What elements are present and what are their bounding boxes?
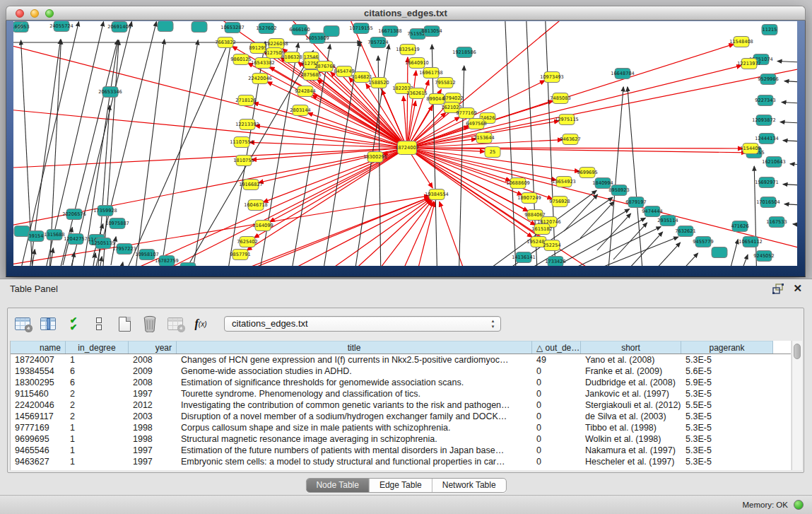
table-selector-dropdown[interactable]: citations_edges.txt ▲▼ bbox=[224, 316, 501, 332]
table-cell[interactable]: Disruption of a novel member of a sodium… bbox=[177, 411, 532, 422]
table-settings-icon[interactable] bbox=[13, 315, 32, 333]
column-header-year[interactable]: year bbox=[129, 341, 177, 354]
table-cell[interactable]: 2 bbox=[66, 399, 129, 411]
select-columns-icon[interactable]: ✔✔ bbox=[64, 315, 83, 333]
table-cell[interactable]: 9465546 bbox=[11, 445, 66, 456]
table-cell[interactable]: Hescheler et al. (1997) bbox=[581, 456, 681, 467]
column-header-out_de[interactable]: △ out_de… bbox=[532, 341, 581, 354]
table-cell[interactable]: 2003 bbox=[129, 411, 177, 422]
table-row[interactable]: 911546021997Tourette syndrome. Phenomeno… bbox=[11, 388, 791, 399]
table-cell[interactable]: 5.3E-5 bbox=[681, 456, 773, 467]
table-cell[interactable]: 1998 bbox=[129, 422, 177, 433]
column-header-title[interactable]: title bbox=[177, 341, 532, 354]
table-row[interactable]: 1456911722003Disruption of a novel membe… bbox=[11, 411, 791, 422]
graph-node[interactable] bbox=[324, 26, 339, 37]
table-cell[interactable]: 1 bbox=[66, 354, 129, 366]
table-cell[interactable]: 1 bbox=[66, 433, 129, 445]
table-cell[interactable]: 9115460 bbox=[11, 388, 66, 399]
table-cell[interactable]: Dudbridge et al. (2008) bbox=[581, 377, 681, 388]
graph-node[interactable] bbox=[712, 247, 727, 258]
table-cell[interactable]: 0 bbox=[532, 456, 581, 467]
table-cell[interactable]: 1997 bbox=[129, 388, 177, 399]
graph-node[interactable] bbox=[192, 22, 207, 33]
table-cell[interactable]: 14569117 bbox=[11, 411, 66, 422]
table-cell[interactable]: 2008 bbox=[129, 377, 177, 388]
table-cell[interactable]: 5.5E-5 bbox=[681, 399, 773, 411]
table-cell[interactable]: Tourette syndrome. Phenomenology and cla… bbox=[177, 388, 532, 399]
scrollbar-thumb[interactable] bbox=[794, 344, 801, 359]
table-cell[interactable]: 1 bbox=[66, 422, 129, 433]
table-cell[interactable]: Embryonic stem cells: a model to study s… bbox=[177, 456, 532, 467]
new-document-icon[interactable] bbox=[115, 315, 134, 333]
table-cell[interactable]: 18724007 bbox=[11, 354, 66, 366]
tab-edge-table[interactable]: Edge Table bbox=[370, 479, 433, 492]
table-cell[interactable]: 22420046 bbox=[11, 399, 66, 411]
table-row[interactable]: 1872400712008Changes of HCN gene express… bbox=[11, 354, 791, 366]
table-cell[interactable]: Investigating the contribution of common… bbox=[177, 399, 532, 411]
delete-trash-icon[interactable] bbox=[141, 315, 159, 333]
table-column-icon[interactable] bbox=[39, 315, 57, 333]
table-cell[interactable]: Genome-wide association studies in ADHD. bbox=[177, 366, 532, 377]
table-row[interactable]: 1938455462009Genome-wide association stu… bbox=[11, 366, 791, 377]
table-cell[interactable]: 9777169 bbox=[11, 422, 66, 433]
window-titlebar[interactable]: citations_edges.txt bbox=[6, 6, 806, 21]
table-cell[interactable]: Corpus callosum shape and size in male p… bbox=[177, 422, 532, 433]
table-cell[interactable]: Wolkin et al. (1998) bbox=[581, 433, 681, 445]
table-row[interactable]: 946554611997Estimation of the future num… bbox=[11, 445, 791, 456]
column-header-in_degree[interactable]: in_degree bbox=[66, 341, 129, 354]
float-panel-icon[interactable] bbox=[772, 284, 784, 294]
column-header-pagerank[interactable]: pagerank bbox=[681, 341, 773, 354]
table-cell[interactable]: 6 bbox=[66, 377, 129, 388]
table-row[interactable]: 946362711997Embryonic stem cells: a mode… bbox=[11, 456, 791, 467]
rows-icon[interactable] bbox=[90, 315, 108, 333]
table-cell[interactable]: 5.6E-5 bbox=[681, 366, 773, 377]
table-cell[interactable]: 5.3E-5 bbox=[681, 354, 773, 366]
graph-node[interactable] bbox=[158, 21, 173, 32]
table-cell[interactable]: 5.9E-5 bbox=[681, 377, 773, 388]
table-cell[interactable]: 0 bbox=[532, 433, 581, 445]
table-cell[interactable]: 2009 bbox=[129, 366, 177, 377]
resize-grip-icon[interactable] bbox=[13, 21, 23, 31]
table-cell[interactable]: 9463627 bbox=[11, 456, 66, 467]
table-cell[interactable]: 0 bbox=[532, 411, 581, 422]
graph-node[interactable] bbox=[14, 226, 30, 237]
table-cell[interactable]: Tibbo et al. (1998) bbox=[581, 422, 681, 433]
table-cell[interactable]: Yano et al. (2008) bbox=[581, 354, 681, 366]
table-cell[interactable]: 1 bbox=[66, 445, 129, 456]
table-cell[interactable]: 0 bbox=[532, 377, 581, 388]
table-cell[interactable]: 9699695 bbox=[11, 433, 66, 445]
table-cell[interactable]: Estimation of the future numbers of pati… bbox=[177, 445, 532, 456]
table-cell[interactable]: Nakamura et al. (1997) bbox=[581, 445, 681, 456]
table-cell[interactable]: 19384554 bbox=[11, 366, 66, 377]
table-cell[interactable]: Franke et al. (2009) bbox=[581, 366, 681, 377]
column-header-name[interactable]: name bbox=[11, 341, 66, 354]
table-cell[interactable]: Structural magnetic resonance image aver… bbox=[177, 433, 532, 445]
table-cell[interactable]: 49 bbox=[532, 354, 581, 366]
tab-node-table[interactable]: Node Table bbox=[306, 479, 370, 492]
zoom-window-button[interactable] bbox=[45, 9, 54, 18]
tab-network-table[interactable]: Network Table bbox=[433, 479, 506, 492]
minimize-window-button[interactable] bbox=[30, 9, 39, 18]
table-row[interactable]: 2242004622012Investigating the contribut… bbox=[11, 399, 791, 411]
table-cell[interactable]: 1997 bbox=[129, 456, 177, 467]
table-cell[interactable]: 2012 bbox=[129, 399, 177, 411]
network-view[interactable]: 1609532405572420691406106532871527602646… bbox=[13, 21, 797, 266]
table-vertical-scrollbar[interactable] bbox=[792, 341, 802, 470]
table-cell[interactable]: 1997 bbox=[129, 445, 177, 456]
table-cell[interactable]: 1998 bbox=[129, 433, 177, 445]
table-cell[interactable]: Changes of HCN gene expression and I(f) … bbox=[177, 354, 532, 366]
table-cell[interactable]: de Silva et al. (2003) bbox=[581, 411, 681, 422]
table-cell[interactable]: 0 bbox=[532, 445, 581, 456]
table-cell[interactable]: 2 bbox=[66, 411, 129, 422]
table-cell[interactable]: 6 bbox=[66, 366, 129, 377]
column-header-short[interactable]: short bbox=[581, 341, 681, 354]
table-cell[interactable]: 2008 bbox=[129, 354, 177, 366]
table-row[interactable]: 977716911998Corpus callosum shape and si… bbox=[11, 422, 791, 433]
close-panel-icon[interactable]: ✕ bbox=[793, 283, 802, 294]
table-cell[interactable]: 5.3E-5 bbox=[681, 433, 773, 445]
table-cell[interactable]: 0 bbox=[532, 422, 581, 433]
table-cell[interactable]: 5.3E-5 bbox=[681, 422, 773, 433]
table-cell[interactable]: 5.3E-5 bbox=[681, 411, 773, 422]
table-cell[interactable]: 5.3E-5 bbox=[681, 445, 773, 456]
table-cell[interactable]: Estimation of significance thresholds fo… bbox=[177, 377, 532, 388]
